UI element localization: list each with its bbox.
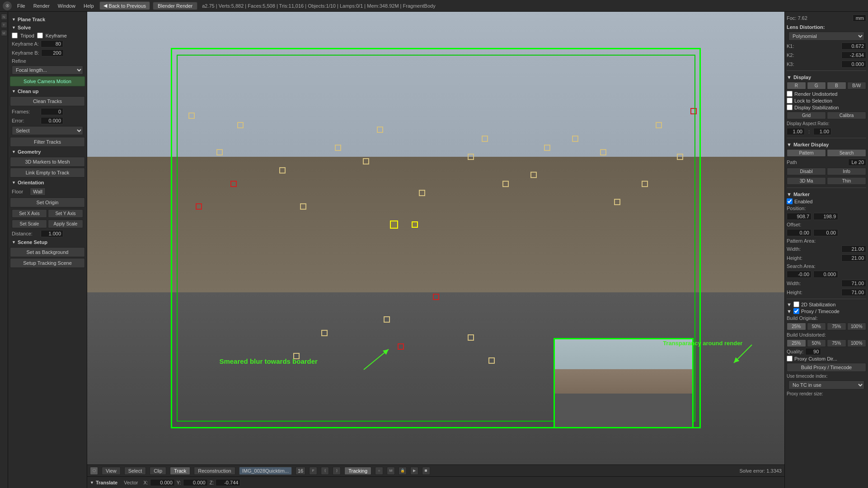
lock-selection-checkbox[interactable]: [787, 98, 793, 103]
marker-3[interactable]: [237, 122, 244, 128]
set-origin-button[interactable]: Set Origin: [10, 197, 85, 207]
onion-icon[interactable]: ○: [375, 467, 383, 475]
mode-select-icon[interactable]: ⬡: [90, 467, 98, 475]
marker-1[interactable]: [188, 113, 195, 119]
channel-bw-button[interactable]: B/W: [847, 82, 867, 89]
menu-file[interactable]: File: [14, 2, 28, 9]
marker-13[interactable]: [482, 136, 488, 142]
search-y-input[interactable]: [813, 271, 838, 278]
frames-input[interactable]: [41, 108, 63, 115]
marker-30[interactable]: [488, 357, 495, 364]
set-y-axis-button[interactable]: Set Y Axis: [48, 209, 83, 218]
channel-g-button[interactable]: G: [807, 82, 826, 89]
distortion-type-select[interactable]: Polynomial: [788, 32, 864, 41]
orig-25-button[interactable]: 25%: [787, 323, 806, 330]
marker-6[interactable]: [279, 167, 286, 174]
marker-24[interactable]: [433, 294, 439, 300]
distance-input[interactable]: [41, 230, 63, 237]
marker-15[interactable]: [530, 172, 537, 178]
channel-r-button[interactable]: R: [787, 82, 806, 89]
geometry-section-header[interactable]: ▼ Geometry: [10, 148, 85, 156]
quality-input[interactable]: [805, 348, 821, 355]
apply-scale-button[interactable]: Apply Scale: [48, 220, 83, 228]
error-input[interactable]: [41, 117, 63, 124]
orig-50-button[interactable]: 50%: [807, 323, 826, 330]
marker-22[interactable]: [677, 154, 683, 160]
back-to-previous-button[interactable]: ◀ Back to Previous: [99, 1, 150, 10]
display-stabilization-checkbox[interactable]: [787, 104, 793, 110]
offset-x-input[interactable]: [787, 229, 812, 236]
thin-button[interactable]: Thin: [827, 177, 866, 185]
k2-input[interactable]: [841, 52, 866, 59]
toolbar-icon-1[interactable]: N: [1, 14, 7, 20]
marker-28[interactable]: [293, 353, 300, 359]
enabled-checkbox[interactable]: [787, 198, 793, 204]
solve-camera-motion-button[interactable]: Solve Camera Motion: [10, 76, 85, 86]
search-width-input[interactable]: [841, 280, 866, 287]
play-icon[interactable]: ▶: [410, 467, 418, 475]
3d-markers-mesh-button[interactable]: 3D Markers to Mesh: [10, 157, 85, 167]
marker-16[interactable]: [544, 145, 550, 151]
marker-26[interactable]: [384, 316, 390, 323]
lock-icon[interactable]: 🔒: [399, 467, 407, 475]
marker-27[interactable]: [321, 330, 328, 336]
marker-25[interactable]: [398, 343, 404, 350]
tab-reconstruction[interactable]: Reconstruction: [194, 467, 235, 475]
toolbar-icon-2[interactable]: T: [1, 22, 7, 28]
frame-number[interactable]: 16: [296, 467, 305, 475]
grid-button[interactable]: Grid: [787, 112, 826, 119]
cleanup-section-header[interactable]: ▼ Clean up: [10, 87, 85, 95]
marker-18[interactable]: [600, 149, 606, 155]
translate-y-input[interactable]: [183, 479, 208, 486]
tripod-checkbox[interactable]: [12, 33, 18, 38]
disabl-button[interactable]: Disabl: [787, 168, 826, 175]
setup-tracking-scene-button[interactable]: Setup Tracking Scene: [10, 258, 85, 268]
playback-icon-3[interactable]: ⟩: [333, 467, 341, 475]
undist-25-button[interactable]: 25%: [787, 339, 806, 347]
aspect-x-input[interactable]: [787, 128, 805, 135]
info-button[interactable]: Info: [827, 168, 866, 175]
position-x-input[interactable]: [787, 213, 812, 220]
keyframe-checkbox[interactable]: [37, 33, 43, 38]
pattern-height-input[interactable]: [841, 254, 866, 262]
proxy-custom-checkbox[interactable]: [787, 356, 793, 361]
set-x-axis-button[interactable]: Set X Axis: [12, 209, 47, 218]
marker-17[interactable]: [572, 136, 578, 142]
select-dropdown[interactable]: Select: [12, 126, 83, 135]
calibra-button[interactable]: Calibra: [827, 112, 866, 119]
pattern-width-input[interactable]: [841, 245, 866, 253]
undist-100-button[interactable]: 100%: [847, 339, 867, 347]
marker-19[interactable]: [614, 199, 620, 205]
pattern-button[interactable]: Pattern: [787, 149, 826, 157]
translate-x-input[interactable]: [150, 479, 175, 486]
menu-window[interactable]: Window: [55, 2, 78, 9]
stop-icon[interactable]: ⏹: [422, 467, 430, 475]
search-button[interactable]: Search: [827, 149, 866, 157]
keyframe-b-input[interactable]: [41, 49, 64, 56]
filter-tracks-button[interactable]: Filter Tracks: [10, 137, 85, 147]
marker-active-1[interactable]: [390, 221, 398, 229]
render-undistorted-checkbox[interactable]: [787, 91, 793, 97]
undist-75-button[interactable]: 75%: [827, 339, 846, 347]
orig-75-button[interactable]: 75%: [827, 323, 846, 330]
marker-2[interactable]: [216, 149, 223, 155]
mute-icon[interactable]: M: [387, 467, 395, 475]
clean-tracks-button[interactable]: Clean Tracks: [10, 96, 85, 106]
build-proxy-timecode-button[interactable]: Build Proxy / Timecode: [787, 363, 866, 372]
orientation-section-header[interactable]: ▼ Orientation: [10, 178, 85, 187]
marker-29[interactable]: [468, 334, 474, 341]
marker-10[interactable]: [377, 127, 383, 133]
tab-track[interactable]: Track: [170, 467, 190, 475]
marker-14[interactable]: [502, 181, 509, 187]
offset-y-input[interactable]: [813, 229, 838, 236]
link-empty-track-button[interactable]: Link Empty to Track: [10, 168, 85, 178]
marker-7[interactable]: [300, 203, 306, 210]
search-x-input[interactable]: [787, 271, 812, 278]
refine-select[interactable]: Focal length...: [12, 66, 83, 75]
path-value-input[interactable]: [848, 159, 866, 166]
k1-input[interactable]: [841, 42, 866, 50]
marker-11[interactable]: [419, 190, 425, 196]
render-engine-selector[interactable]: Blender Render: [153, 2, 197, 10]
translate-z-input[interactable]: [216, 479, 240, 486]
marker-23[interactable]: [690, 108, 697, 114]
